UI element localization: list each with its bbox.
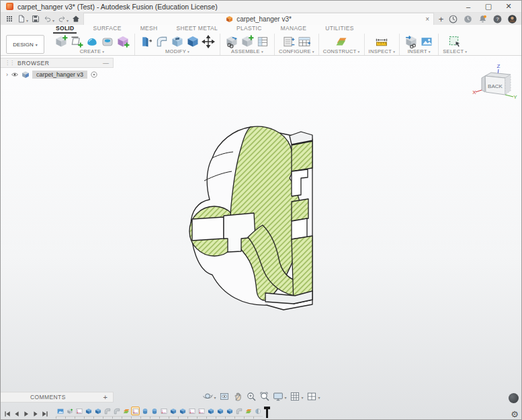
timeline-feature-extrude[interactable] (206, 407, 215, 415)
document-tab[interactable]: carpet_hanger v3* × (83, 13, 434, 25)
step-forward-button[interactable] (32, 409, 40, 417)
new-tab-button[interactable]: + (434, 13, 448, 25)
shell-button[interactable] (170, 34, 185, 48)
zoom-icon[interactable] (245, 391, 256, 402)
timeline-feature-extrude[interactable] (84, 407, 93, 415)
go-to-end-button[interactable] (41, 409, 49, 417)
toolbar-group-configure-dropdown[interactable]: CONFIGURE▾ (279, 48, 314, 54)
select-button[interactable] (447, 34, 462, 48)
bom-table-button[interactable] (255, 34, 270, 48)
file-menu-icon[interactable] (15, 13, 28, 24)
fillet-button[interactable] (155, 34, 169, 48)
timeline-feature-sketch[interactable] (75, 407, 83, 415)
home-icon[interactable] (70, 13, 82, 24)
component-name[interactable]: carpet_hanger v3 (32, 71, 87, 79)
undo-icon[interactable] (42, 13, 54, 24)
press-pull-button[interactable] (139, 34, 154, 48)
tab-sheet-metal[interactable]: SHEET METAL (167, 25, 228, 34)
viewports-icon[interactable] (306, 391, 317, 402)
primitive-button[interactable] (116, 34, 130, 48)
tab-surface[interactable]: SURFACE (83, 25, 130, 34)
notifications-icon[interactable] (478, 14, 488, 24)
combine-button[interactable] (185, 34, 200, 48)
timeline-feature-revolve[interactable] (140, 407, 149, 415)
add-comment-icon[interactable]: + (103, 393, 107, 401)
comments-bar[interactable]: COMMENTS + (1, 392, 114, 403)
configuration-button[interactable] (281, 34, 296, 48)
timeline-feature-component[interactable] (65, 407, 74, 415)
pan-icon[interactable] (232, 391, 243, 402)
viewport-canvas[interactable]: ⋮⋮ BROWSER — › carpet_hanger v3 Z (1, 56, 521, 420)
job-status-icon[interactable] (448, 14, 458, 24)
create-form-button[interactable] (85, 34, 99, 48)
timeline-feature-extrude[interactable] (178, 407, 187, 415)
step-back-button[interactable] (13, 409, 21, 417)
canvas-button[interactable] (419, 34, 434, 48)
toolbar-group-insert-dropdown[interactable]: INSERT▾ (408, 48, 431, 54)
timeline-feature-extrude[interactable] (169, 407, 177, 415)
new-component-button[interactable] (54, 34, 69, 48)
toolbar-group-construct-dropdown[interactable]: CONSTRUCT▾ (323, 48, 360, 54)
create-sketch-button[interactable] (69, 34, 84, 48)
timeline-feature-plane[interactable] (122, 407, 130, 415)
orbit-icon[interactable] (202, 391, 212, 402)
timeline-feature-section[interactable] (253, 407, 262, 415)
derive-button[interactable] (224, 34, 239, 48)
timeline-position-marker[interactable] (264, 407, 270, 418)
toolbar-group-inspect-dropdown[interactable]: INSPECT▾ (369, 48, 396, 54)
fit-icon[interactable] (259, 391, 269, 402)
timeline-feature-fillet[interactable] (103, 407, 112, 415)
timeline-feature-extrude[interactable] (93, 407, 102, 415)
maximize-button[interactable]: ▢ (478, 1, 498, 12)
design-dropdown[interactable]: DESIGN ▾ (6, 35, 44, 54)
timeline-ruler[interactable] (56, 416, 263, 419)
look-at-icon[interactable] (218, 391, 229, 402)
play-button[interactable] (22, 409, 30, 417)
timeline-feature-sketch[interactable] (131, 407, 140, 415)
timeline-feature-extrude[interactable] (225, 407, 234, 415)
toolbar-group-create-dropdown[interactable]: CREATE▾ (80, 48, 105, 54)
avatar-icon[interactable] (507, 14, 517, 24)
activate-component-radio[interactable] (90, 71, 98, 79)
timeline-feature-fillet[interactable] (112, 407, 121, 415)
timeline-feature-sketch[interactable] (159, 407, 168, 415)
display-settings-icon[interactable] (272, 391, 283, 402)
toolbar-group-assemble-dropdown[interactable]: ASSEMBLE▾ (231, 48, 263, 54)
config-table-button[interactable] (297, 34, 312, 48)
timeline-feature-plane[interactable] (244, 407, 253, 415)
visibility-eye-icon[interactable] (11, 71, 19, 79)
timeline-feature-canvas[interactable] (56, 407, 64, 415)
browser-item-row[interactable]: › carpet_hanger v3 (1, 69, 114, 80)
expand-chevron-icon[interactable]: › (6, 71, 8, 78)
measure-button[interactable] (374, 34, 389, 48)
construct-plane-button[interactable] (334, 34, 349, 48)
tab-solid[interactable]: SOLID (46, 25, 83, 34)
timeline-feature-sketch[interactable] (197, 407, 206, 415)
collapse-panel-icon[interactable]: — (103, 60, 109, 67)
timeline-feature-fillet[interactable] (234, 407, 243, 415)
timeline-feature-extrude[interactable] (216, 407, 224, 415)
tab-manage[interactable]: MANAGE (271, 25, 316, 34)
close-button[interactable]: ✕ (498, 1, 519, 12)
tab-mesh[interactable]: MESH (131, 25, 167, 34)
insert-part-button[interactable] (404, 34, 419, 48)
grid-icon[interactable] (290, 391, 300, 402)
toolbar-group-modify-dropdown[interactable]: MODIFY▾ (165, 48, 189, 54)
assistant-icon[interactable] (509, 393, 519, 403)
go-to-start-button[interactable] (3, 409, 11, 417)
tab-close-icon[interactable]: × (425, 15, 429, 23)
tab-utilities[interactable]: UTILITIES (316, 25, 363, 34)
minimize-button[interactable]: – (458, 1, 478, 12)
assemble-component-button[interactable] (240, 34, 255, 48)
help-icon[interactable]: ? (492, 14, 503, 24)
timeline-feature-revolve[interactable] (150, 407, 159, 415)
model-carpet-hanger-section-view[interactable] (1, 56, 522, 420)
save-icon[interactable] (30, 13, 42, 24)
emboss-button[interactable] (100, 34, 115, 48)
redo-icon[interactable] (56, 13, 68, 24)
move-button[interactable] (201, 34, 216, 48)
browser-header[interactable]: ⋮⋮ BROWSER — (1, 58, 114, 68)
history-icon[interactable] (463, 14, 473, 24)
timeline-feature-sketch[interactable] (187, 407, 196, 415)
tab-plastic[interactable]: PLASTIC (227, 25, 271, 34)
